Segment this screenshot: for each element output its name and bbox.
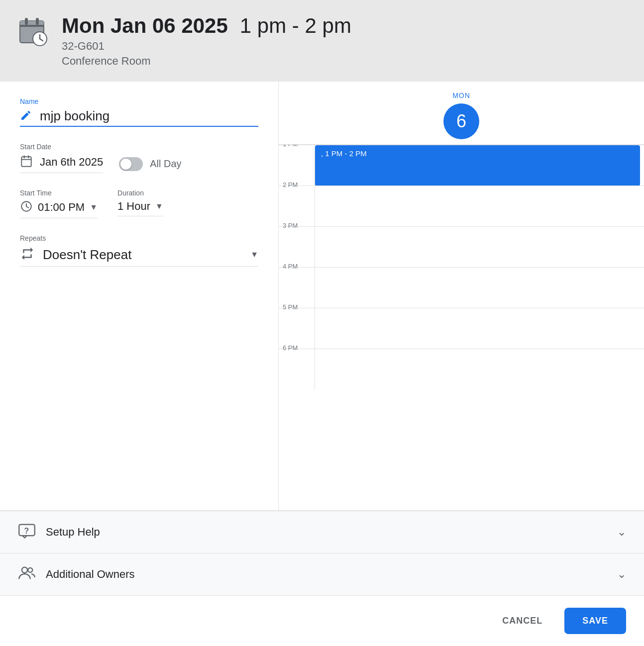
main-content: Name Start Date [0, 82, 644, 595]
calendar-clock-icon [18, 16, 50, 48]
duration-label: Duration [117, 189, 163, 197]
start-date-value: Jan 6th 2025 [40, 156, 103, 169]
cancel-button[interactable]: CANCEL [492, 610, 552, 632]
time-slot-area-5pm [315, 308, 644, 349]
time-slot-area-2pm [315, 186, 644, 226]
setup-help-left: ? Setup Help [18, 522, 100, 542]
repeats-dropdown[interactable]: Doesn't Repeat ▼ [20, 246, 258, 267]
calendar-body: 1 PM , 1 PM - 2 PM 2 PM 3 PM [279, 145, 644, 510]
all-day-toggle[interactable] [119, 157, 143, 171]
svg-line-14 [26, 206, 28, 208]
time-label-4pm: 4 PM [279, 263, 315, 270]
time-slot-area-1pm: , 1 PM - 2 PM [315, 145, 644, 185]
calendar-day-circle: 6 [443, 103, 479, 139]
calendar-day-name: MON [279, 92, 644, 99]
additional-owners-expand-icon: ⌄ [617, 568, 626, 581]
date-field[interactable]: Jan 6th 2025 [20, 155, 103, 173]
setup-help-icon: ? [18, 522, 36, 542]
time-slot-3pm: 3 PM [279, 226, 644, 267]
svg-rect-3 [36, 18, 39, 25]
duration-dropdown[interactable]: 1 Hour ▼ [117, 200, 163, 216]
duration-arrow-icon: ▼ [155, 202, 163, 211]
form-calendar-row: Name Start Date [0, 82, 644, 511]
header: Mon Jan 06 2025 1 pm - 2 pm 32-G601 Conf… [0, 0, 644, 82]
svg-rect-8 [21, 157, 31, 167]
time-slot-6pm: 6 PM [279, 349, 644, 389]
svg-rect-4 [20, 25, 44, 27]
header-date: Mon Jan 06 2025 [62, 14, 228, 38]
start-time-dropdown[interactable]: 01:00 PM ▼ [20, 200, 98, 218]
setup-help-section[interactable]: ? Setup Help ⌄ [0, 511, 644, 553]
additional-owners-section[interactable]: Additional Owners ⌄ [0, 553, 644, 595]
calendar-header: MON 6 [279, 82, 644, 145]
svg-rect-2 [25, 18, 28, 25]
additional-owners-left: Additional Owners [18, 564, 135, 584]
time-slot-1pm: 1 PM , 1 PM - 2 PM [279, 145, 644, 185]
repeats-value: Doesn't Repeat [43, 247, 242, 263]
time-duration-row: Start Time 01:00 PM ▼ [20, 189, 258, 218]
additional-owners-icon [18, 564, 36, 584]
header-time-range: 1 pm - 2 pm [240, 14, 351, 38]
setup-help-label: Setup Help [46, 526, 100, 539]
start-time-arrow-icon: ▼ [90, 203, 98, 212]
svg-point-18 [28, 568, 32, 572]
time-slot-2pm: 2 PM [279, 185, 644, 226]
calendar-icon [20, 155, 33, 170]
svg-text:?: ? [24, 527, 29, 535]
clock-icon [20, 200, 33, 215]
time-slot-area-6pm [315, 349, 644, 389]
calendar-day-number: 6 [456, 111, 466, 132]
date-row: Jan 6th 2025 All Day [20, 155, 258, 173]
time-grid: 1 PM , 1 PM - 2 PM 2 PM 3 PM [279, 145, 644, 510]
booking-label: , 1 PM - 2 PM [321, 149, 367, 158]
duration-value: 1 Hour [117, 200, 150, 213]
repeats-arrow-icon: ▼ [250, 250, 258, 259]
all-day-row: All Day [119, 157, 181, 171]
setup-help-expand-icon: ⌄ [617, 526, 626, 539]
time-slot-area-4pm [315, 268, 644, 308]
additional-owners-label: Additional Owners [46, 568, 135, 581]
time-label-5pm: 5 PM [279, 303, 315, 311]
time-slot-4pm: 4 PM [279, 267, 644, 308]
calendar-section: MON 6 1 PM , 1 PM - 2 PM [279, 82, 644, 510]
time-slot-5pm: 5 PM [279, 308, 644, 349]
save-button[interactable]: SAVE [564, 608, 626, 634]
name-input[interactable] [40, 108, 258, 124]
start-time-value: 01:00 PM [38, 201, 85, 214]
start-time-label: Start Time [20, 189, 98, 197]
room-type: Conference Room [62, 55, 351, 68]
form-section: Name Start Date [0, 82, 279, 510]
repeat-icon [20, 246, 35, 263]
time-duration-field-group: Start Time 01:00 PM ▼ [20, 189, 258, 218]
start-date-field-group: Start Date Jan 6th 2025 [20, 143, 258, 173]
duration-field: Duration 1 Hour ▼ [117, 189, 163, 216]
name-field-group: Name [20, 97, 258, 127]
time-label-3pm: 3 PM [279, 222, 315, 229]
svg-point-17 [22, 567, 27, 573]
start-date-label: Start Date [20, 143, 258, 151]
name-label: Name [20, 97, 258, 105]
name-input-row [20, 108, 258, 127]
all-day-label: All Day [150, 158, 181, 170]
toggle-knob [120, 159, 131, 170]
time-label-2pm: 2 PM [279, 181, 315, 188]
time-label-1pm: 1 PM [279, 145, 315, 148]
footer: CANCEL SAVE [0, 595, 644, 646]
room-code: 32-G601 [62, 40, 351, 53]
edit-icon [20, 109, 32, 123]
header-text-block: Mon Jan 06 2025 1 pm - 2 pm 32-G601 Conf… [62, 14, 351, 68]
booking-block: , 1 PM - 2 PM [315, 145, 640, 186]
time-label-6pm: 6 PM [279, 344, 315, 352]
start-time-field: Start Time 01:00 PM ▼ [20, 189, 98, 218]
time-slot-area-3pm [315, 227, 644, 267]
repeats-field-group: Repeats Doesn't Repeat ▼ [20, 234, 258, 267]
repeats-label: Repeats [20, 234, 258, 242]
